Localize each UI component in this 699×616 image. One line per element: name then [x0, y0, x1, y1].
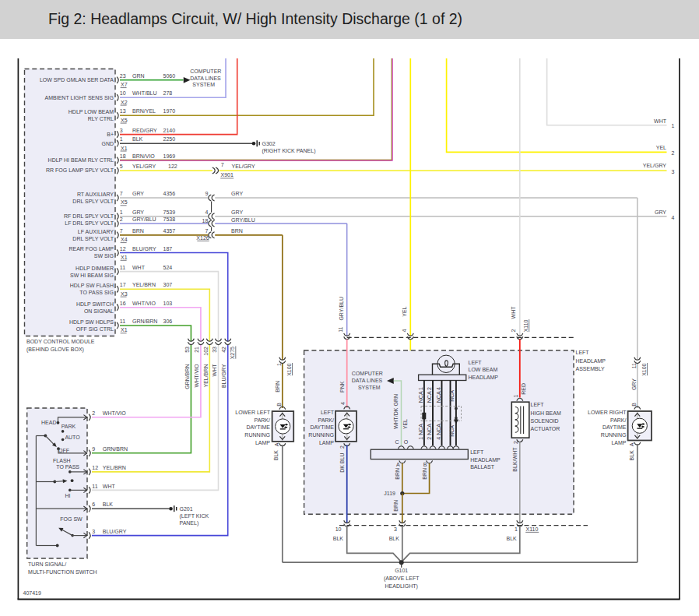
svg-text:MULTI-FUNCTION SWITCH: MULTI-FUNCTION SWITCH: [28, 569, 97, 575]
svg-text:WHT: WHT: [511, 306, 516, 319]
svg-text:X275: X275: [230, 347, 235, 359]
svg-text:GRY: GRY: [132, 191, 144, 196]
svg-text:2: 2: [513, 441, 518, 444]
svg-text:G101: G101: [395, 568, 408, 573]
svg-text:GRY/BLU: GRY/BLU: [339, 297, 344, 321]
svg-text:DRL SPLY VOLT: DRL SPLY VOLT: [72, 199, 114, 204]
svg-text:DK BLU: DK BLU: [339, 453, 345, 473]
svg-text:GRN: GRN: [132, 73, 145, 79]
svg-text:7: 7: [120, 191, 123, 196]
svg-text:WHT/BLU: WHT/BLU: [132, 90, 157, 96]
svg-text:LF AUXILIARY: LF AUXILIARY: [78, 229, 114, 234]
svg-text:ACTUATOR: ACTUATOR: [531, 426, 560, 431]
svg-text:OFF SIG CTRL: OFF SIG CTRL: [76, 326, 114, 332]
svg-text:X2: X2: [121, 100, 128, 105]
svg-text:2: 2: [120, 216, 123, 222]
svg-text:WHT/VIO: WHT/VIO: [103, 410, 126, 416]
svg-text:RED: RED: [521, 383, 526, 395]
svg-text:LOW SPD GMLAN SER DATA: LOW SPD GMLAN SER DATA: [40, 77, 114, 83]
svg-text:3: 3: [672, 169, 675, 174]
svg-text:407419: 407419: [23, 590, 41, 596]
svg-text:BLK: BLK: [273, 450, 279, 461]
svg-text:HEADLAMP: HEADLAMP: [576, 358, 606, 364]
svg-text:11: 11: [338, 326, 343, 332]
svg-text:1: 1: [120, 136, 123, 142]
svg-text:B: B: [423, 462, 427, 467]
svg-text:HDLP HI BEAM RLY CTRL: HDLP HI BEAM RLY CTRL: [48, 157, 114, 163]
svg-text:LF DRL SPLY VOLT: LF DRL SPLY VOLT: [65, 220, 114, 226]
svg-text:HEADLAMP: HEADLAMP: [470, 457, 501, 463]
svg-text:YEL: YEL: [402, 419, 408, 429]
svg-text:(BEHIND GLOVE BOX): (BEHIND GLOVE BOX): [26, 347, 84, 353]
svg-text:3: 3: [394, 526, 397, 532]
svg-text:306: 306: [163, 319, 173, 324]
svg-text:7538: 7538: [163, 216, 176, 222]
svg-text:TO PASS SIG: TO PASS SIG: [79, 290, 114, 295]
svg-text:RT AUXILIARY: RT AUXILIARY: [77, 192, 114, 197]
svg-text:TO PASS: TO PASS: [56, 464, 79, 470]
svg-text:2: 2: [511, 329, 516, 332]
svg-text:PARK/: PARK/: [255, 417, 271, 423]
svg-text:1: 1: [276, 363, 282, 366]
svg-text:YEL/GRY: YEL/GRY: [643, 163, 667, 168]
svg-text:18: 18: [202, 218, 209, 224]
svg-text:DATA LINES: DATA LINES: [352, 378, 383, 383]
svg-text:G201: G201: [180, 506, 193, 512]
svg-text:HIGH BEAM: HIGH BEAM: [531, 410, 561, 416]
svg-text:WHT/VIO: WHT/VIO: [132, 301, 156, 306]
svg-text:4356: 4356: [163, 191, 176, 196]
svg-text:SYSTEM: SYSTEM: [192, 82, 215, 87]
svg-text:11: 11: [631, 363, 637, 368]
svg-text:12: 12: [92, 465, 98, 470]
svg-text:NCA: NCA: [449, 390, 455, 402]
svg-text:X110: X110: [526, 526, 539, 532]
svg-text:ASSEMBLY: ASSEMBLY: [576, 366, 606, 371]
svg-text:BRN/YEL: BRN/YEL: [132, 108, 156, 114]
svg-text:HEADLIGHT): HEADLIGHT): [385, 583, 417, 590]
svg-text:10: 10: [335, 526, 342, 532]
svg-text:187: 187: [163, 246, 173, 252]
svg-text:X5: X5: [121, 118, 128, 123]
svg-text:J119: J119: [384, 491, 395, 496]
svg-text:53: 53: [184, 347, 190, 353]
svg-text:LEFT: LEFT: [470, 449, 484, 455]
svg-text:X110: X110: [523, 319, 529, 332]
svg-text:RF DRL SPLY VOLT: RF DRL SPLY VOLT: [64, 213, 114, 219]
svg-text:BRN: BRN: [132, 228, 144, 234]
svg-text:GRN/BRN: GRN/BRN: [184, 364, 190, 389]
svg-text:7: 7: [120, 228, 123, 234]
svg-text:BLK: BLK: [132, 136, 143, 142]
svg-text:42: 42: [221, 347, 227, 353]
svg-text:33: 33: [212, 347, 217, 353]
svg-text:BALLAST: BALLAST: [470, 464, 494, 470]
svg-text:WHT: WHT: [654, 118, 667, 124]
svg-text:BLK: BLK: [389, 536, 400, 541]
svg-text:X100: X100: [286, 363, 292, 375]
svg-text:OFF: OFF: [58, 448, 69, 453]
svg-text:122: 122: [168, 164, 177, 169]
svg-text:1: 1: [515, 526, 518, 532]
svg-text:102: 102: [203, 347, 209, 356]
svg-text:3: 3: [92, 529, 95, 534]
svg-text:WHT: WHT: [103, 484, 116, 489]
svg-text:2140: 2140: [163, 128, 176, 133]
svg-text:1: 1: [672, 123, 675, 128]
svg-text:5060: 5060: [163, 73, 176, 79]
svg-text:LAMP: LAMP: [255, 440, 270, 445]
svg-text:4 NCA: 4 NCA: [436, 424, 441, 440]
svg-text:PNK: PNK: [339, 381, 345, 392]
svg-text:LEFT: LEFT: [531, 402, 545, 407]
svg-text:DRL SPLY VOLT: DRL SPLY VOLT: [72, 236, 114, 241]
svg-text:2250: 2250: [163, 136, 176, 142]
svg-text:12: 12: [120, 246, 126, 252]
svg-text:X901: X901: [221, 172, 234, 178]
svg-text:DAYTIME: DAYTIME: [310, 424, 334, 430]
svg-text:PARK/: PARK/: [610, 417, 627, 423]
svg-text:YEL/GRY: YEL/GRY: [232, 164, 256, 169]
svg-text:YEL: YEL: [402, 306, 407, 316]
svg-text:18: 18: [120, 153, 126, 159]
svg-text:SYSTEM: SYSTEM: [358, 385, 381, 390]
svg-text:BLK: BLK: [629, 450, 634, 461]
svg-text:BRN/VIO: BRN/VIO: [132, 153, 155, 159]
svg-text:23: 23: [120, 73, 126, 79]
